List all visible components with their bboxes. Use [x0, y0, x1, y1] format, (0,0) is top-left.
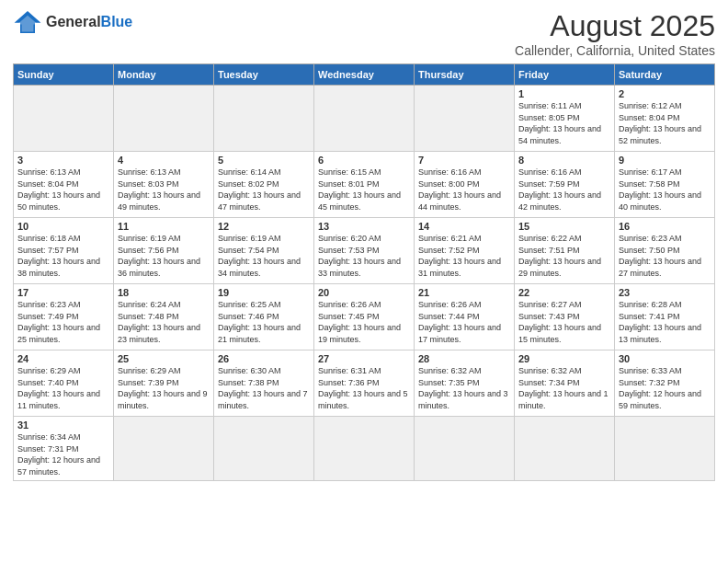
day-number: 10	[17, 221, 109, 232]
calendar-cell	[214, 86, 314, 152]
day-number: 5	[218, 155, 310, 166]
calendar-cell: 12Sunrise: 6:19 AM Sunset: 7:54 PM Dayli…	[214, 218, 314, 284]
week-row-6: 31Sunrise: 6:34 AM Sunset: 7:31 PM Dayli…	[14, 417, 715, 481]
calendar-cell: 29Sunrise: 6:32 AM Sunset: 7:34 PM Dayli…	[515, 350, 615, 417]
day-number: 28	[418, 353, 510, 364]
calendar-cell	[314, 417, 415, 481]
weekday-header-friday: Friday	[515, 64, 615, 86]
calendar-cell: 7Sunrise: 6:16 AM Sunset: 8:00 PM Daylig…	[415, 152, 515, 218]
day-number: 13	[318, 221, 410, 232]
day-number: 9	[619, 155, 711, 166]
day-info: Sunrise: 6:34 AM Sunset: 7:31 PM Dayligh…	[17, 431, 109, 477]
day-info: Sunrise: 6:30 AM Sunset: 7:38 PM Dayligh…	[218, 365, 310, 411]
day-info: Sunrise: 6:22 AM Sunset: 7:51 PM Dayligh…	[518, 233, 610, 279]
calendar-cell: 31Sunrise: 6:34 AM Sunset: 7:31 PM Dayli…	[14, 417, 114, 481]
day-number: 11	[118, 221, 210, 232]
calendar-cell: 17Sunrise: 6:23 AM Sunset: 7:49 PM Dayli…	[14, 284, 114, 350]
day-number: 2	[619, 88, 711, 99]
calendar-cell: 6Sunrise: 6:15 AM Sunset: 8:01 PM Daylig…	[314, 152, 415, 218]
day-number: 18	[118, 287, 210, 298]
week-row-3: 10Sunrise: 6:18 AM Sunset: 7:57 PM Dayli…	[14, 218, 715, 284]
calendar-cell	[114, 417, 214, 481]
calendar-cell: 5Sunrise: 6:14 AM Sunset: 8:02 PM Daylig…	[214, 152, 314, 218]
day-info: Sunrise: 6:32 AM Sunset: 7:35 PM Dayligh…	[418, 365, 510, 411]
calendar-cell: 20Sunrise: 6:26 AM Sunset: 7:45 PM Dayli…	[314, 284, 415, 350]
day-number: 23	[619, 287, 711, 298]
weekday-header-monday: Monday	[114, 64, 214, 86]
day-info: Sunrise: 6:23 AM Sunset: 7:50 PM Dayligh…	[619, 233, 711, 279]
day-number: 17	[17, 287, 109, 298]
calendar-table: SundayMondayTuesdayWednesdayThursdayFrid…	[13, 63, 715, 481]
logo-text: GeneralBlue	[46, 14, 132, 30]
calendar-cell	[515, 417, 615, 481]
day-info: Sunrise: 6:29 AM Sunset: 7:40 PM Dayligh…	[17, 365, 109, 411]
day-info: Sunrise: 6:23 AM Sunset: 7:49 PM Dayligh…	[17, 299, 109, 345]
calendar-cell: 3Sunrise: 6:13 AM Sunset: 8:04 PM Daylig…	[14, 152, 114, 218]
day-number: 29	[518, 353, 610, 364]
day-info: Sunrise: 6:11 AM Sunset: 8:05 PM Dayligh…	[518, 100, 610, 146]
day-info: Sunrise: 6:19 AM Sunset: 7:56 PM Dayligh…	[118, 233, 210, 279]
calendar-cell: 16Sunrise: 6:23 AM Sunset: 7:50 PM Dayli…	[615, 218, 715, 284]
day-number: 20	[318, 287, 410, 298]
calendar-cell: 18Sunrise: 6:24 AM Sunset: 7:48 PM Dayli…	[114, 284, 214, 350]
day-number: 31	[17, 419, 109, 431]
calendar-cell	[214, 417, 314, 481]
title-block: August 2025 Callender, California, Unite…	[515, 9, 715, 58]
day-info: Sunrise: 6:16 AM Sunset: 7:59 PM Dayligh…	[518, 167, 610, 213]
week-row-2: 3Sunrise: 6:13 AM Sunset: 8:04 PM Daylig…	[14, 152, 715, 218]
day-number: 16	[619, 221, 711, 232]
weekday-header-wednesday: Wednesday	[314, 64, 415, 86]
calendar-cell	[114, 86, 214, 152]
calendar-cell: 26Sunrise: 6:30 AM Sunset: 7:38 PM Dayli…	[214, 350, 314, 417]
day-info: Sunrise: 6:32 AM Sunset: 7:34 PM Dayligh…	[518, 365, 610, 411]
weekday-header-tuesday: Tuesday	[214, 64, 314, 86]
calendar-cell	[314, 86, 415, 152]
day-number: 26	[218, 353, 310, 364]
day-info: Sunrise: 6:29 AM Sunset: 7:39 PM Dayligh…	[118, 365, 210, 411]
calendar-cell: 21Sunrise: 6:26 AM Sunset: 7:44 PM Dayli…	[415, 284, 515, 350]
day-info: Sunrise: 6:13 AM Sunset: 8:03 PM Dayligh…	[118, 167, 210, 213]
calendar-cell: 27Sunrise: 6:31 AM Sunset: 7:36 PM Dayli…	[314, 350, 415, 417]
day-number: 3	[17, 155, 109, 166]
calendar-cell: 14Sunrise: 6:21 AM Sunset: 7:52 PM Dayli…	[415, 218, 515, 284]
day-number: 14	[418, 221, 510, 232]
day-number: 30	[619, 353, 711, 364]
day-number: 25	[118, 353, 210, 364]
location-subtitle: Callender, California, United States	[515, 43, 715, 58]
day-number: 24	[17, 353, 109, 364]
calendar-cell: 11Sunrise: 6:19 AM Sunset: 7:56 PM Dayli…	[114, 218, 214, 284]
calendar-cell: 30Sunrise: 6:33 AM Sunset: 7:32 PM Dayli…	[615, 350, 715, 417]
day-info: Sunrise: 6:14 AM Sunset: 8:02 PM Dayligh…	[218, 167, 310, 213]
calendar-cell: 8Sunrise: 6:16 AM Sunset: 7:59 PM Daylig…	[515, 152, 615, 218]
day-info: Sunrise: 6:33 AM Sunset: 7:32 PM Dayligh…	[619, 365, 711, 411]
calendar-cell: 9Sunrise: 6:17 AM Sunset: 7:58 PM Daylig…	[615, 152, 715, 218]
weekday-header-row: SundayMondayTuesdayWednesdayThursdayFrid…	[14, 64, 715, 86]
day-info: Sunrise: 6:26 AM Sunset: 7:44 PM Dayligh…	[418, 299, 510, 345]
weekday-header-saturday: Saturday	[615, 64, 715, 86]
calendar-cell	[415, 417, 515, 481]
day-info: Sunrise: 6:26 AM Sunset: 7:45 PM Dayligh…	[318, 299, 410, 345]
day-info: Sunrise: 6:17 AM Sunset: 7:58 PM Dayligh…	[619, 167, 711, 213]
day-number: 12	[218, 221, 310, 232]
calendar-cell: 25Sunrise: 6:29 AM Sunset: 7:39 PM Dayli…	[114, 350, 214, 417]
calendar-cell: 10Sunrise: 6:18 AM Sunset: 7:57 PM Dayli…	[14, 218, 114, 284]
calendar-cell	[14, 86, 114, 152]
day-info: Sunrise: 6:27 AM Sunset: 7:43 PM Dayligh…	[518, 299, 610, 345]
weekday-header-thursday: Thursday	[415, 64, 515, 86]
day-number: 19	[218, 287, 310, 298]
month-title: August 2025	[515, 9, 715, 43]
day-number: 22	[518, 287, 610, 298]
day-info: Sunrise: 6:15 AM Sunset: 8:01 PM Dayligh…	[318, 167, 410, 213]
weekday-header-sunday: Sunday	[14, 64, 114, 86]
calendar-cell: 23Sunrise: 6:28 AM Sunset: 7:41 PM Dayli…	[615, 284, 715, 350]
calendar-cell: 28Sunrise: 6:32 AM Sunset: 7:35 PM Dayli…	[415, 350, 515, 417]
calendar-cell: 13Sunrise: 6:20 AM Sunset: 7:53 PM Dayli…	[314, 218, 415, 284]
day-number: 4	[118, 155, 210, 166]
day-info: Sunrise: 6:18 AM Sunset: 7:57 PM Dayligh…	[17, 233, 109, 279]
header: GeneralBlue August 2025 Callender, Calif…	[13, 9, 715, 58]
day-info: Sunrise: 6:12 AM Sunset: 8:04 PM Dayligh…	[619, 100, 711, 146]
calendar-cell: 19Sunrise: 6:25 AM Sunset: 7:46 PM Dayli…	[214, 284, 314, 350]
calendar-cell: 1Sunrise: 6:11 AM Sunset: 8:05 PM Daylig…	[515, 86, 615, 152]
day-info: Sunrise: 6:25 AM Sunset: 7:46 PM Dayligh…	[218, 299, 310, 345]
day-info: Sunrise: 6:20 AM Sunset: 7:53 PM Dayligh…	[318, 233, 410, 279]
